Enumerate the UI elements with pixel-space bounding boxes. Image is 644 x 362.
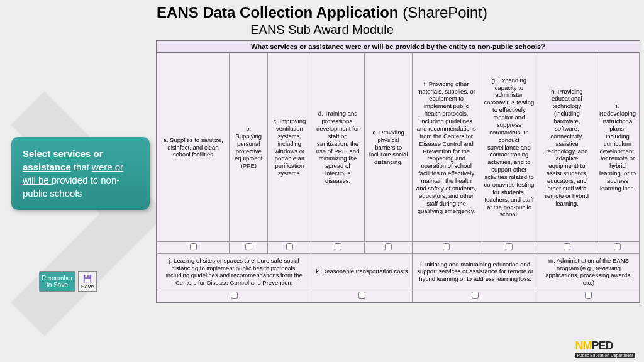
checkbox-d[interactable] (335, 243, 341, 250)
cell-b: b. Supplying personal protective equipme… (230, 53, 268, 242)
cell-e: e. Providing physical barriers to facili… (364, 53, 413, 242)
floppy-disk-icon (83, 274, 92, 283)
cell-f: f. Providing other materials, supplies, … (413, 53, 480, 242)
checkbox-k[interactable] (358, 292, 365, 299)
checkbox-a[interactable] (190, 243, 197, 250)
svg-rect-3 (85, 278, 91, 281)
cell-h: h. Providing educational technology (inc… (538, 53, 596, 242)
cell-g: g. Expanding capacity to administer coro… (480, 53, 538, 242)
checkbox-i[interactable] (614, 243, 621, 250)
page-title: EANS Data Collection Application (ShareP… (0, 0, 644, 21)
remember-to-save-label: Remember to Save (39, 272, 75, 292)
cell-d: d. Training and professional development… (311, 53, 364, 242)
checkbox-c[interactable] (286, 243, 293, 250)
checkbox-b[interactable] (245, 243, 252, 250)
checkbox-g[interactable] (506, 243, 513, 250)
cell-m: m. Administration of the EANS program (e… (538, 253, 639, 290)
checkbox-f[interactable] (443, 243, 450, 250)
table-header: What services or assistance were or will… (157, 41, 640, 53)
cell-k: k. Reasonable transportation costs (311, 253, 413, 290)
cell-l: l. Initiating and maintaining education … (413, 253, 538, 290)
checkbox-l[interactable] (472, 292, 479, 299)
save-hint: Remember to Save Save (39, 272, 97, 292)
table-row (157, 290, 640, 302)
instruction-callout: Select services or assistance that were … (11, 137, 150, 210)
cell-i: i. Redeveloping instructional plans, inc… (596, 53, 639, 242)
cell-j: j. Leasing of sites or spaces to ensure … (157, 253, 311, 290)
table-row: a. Supplies to sanitize, disinfect, and … (157, 53, 640, 242)
checkbox-j[interactable] (231, 292, 238, 299)
checkbox-h[interactable] (564, 243, 570, 250)
table-row: j. Leasing of sites or spaces to ensure … (157, 253, 640, 290)
services-table: What services or assistance were or will… (156, 40, 640, 303)
save-button[interactable]: Save (78, 272, 97, 292)
table-row (157, 242, 640, 254)
page-subtitle: EANS Sub Award Module (0, 23, 644, 37)
checkbox-m[interactable] (585, 292, 592, 299)
nmped-logo: NMPED Public Education Department (575, 339, 635, 358)
cell-c: c. Improving ventilation systems, includ… (268, 53, 311, 242)
cell-a: a. Supplies to sanitize, disinfect, and … (157, 53, 230, 242)
svg-rect-2 (87, 275, 89, 277)
checkbox-e[interactable] (385, 243, 392, 250)
